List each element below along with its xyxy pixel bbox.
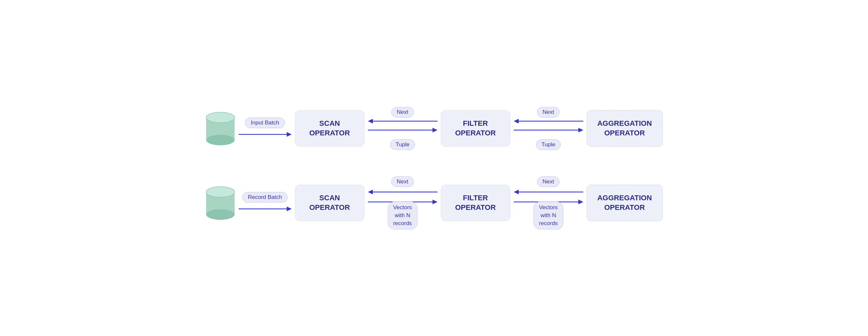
connector-2-1: Next Tuple	[510, 107, 587, 150]
input-arrow-2	[239, 204, 292, 214]
input-arrow-1	[239, 129, 292, 139]
filter-operator-label-2: FILTEROPERATOR	[455, 193, 496, 212]
next-label-1-2: Next	[391, 176, 414, 187]
record-batch-label-2: Record Batch	[242, 192, 288, 203]
connector-1-2: Next Vectors with N records	[365, 176, 441, 229]
svg-marker-23	[368, 190, 373, 194]
svg-marker-29	[578, 200, 583, 204]
diagram-row-2: Record Batch SCANOPERATOR Next Vectors w…	[206, 176, 663, 229]
connector-2-2: Next Vectors with N records	[510, 176, 587, 229]
filter-operator-box-2: FILTEROPERATOR	[441, 185, 510, 221]
scan-operator-label-2: SCANOPERATOR	[309, 193, 350, 212]
vector-label-2-2: Vectors with N records	[533, 202, 563, 229]
filter-operator-label-1: FILTEROPERATOR	[455, 119, 496, 138]
aggregation-operator-box-2: AGGREGATIONOPERATOR	[587, 185, 663, 221]
vector-label-1-2: Vectors with N records	[388, 202, 417, 229]
scan-operator-box-2: SCANOPERATOR	[295, 185, 365, 221]
tuple-label-2-1: Tuple	[536, 139, 561, 150]
tuple-label-1-1: Tuple	[390, 139, 415, 150]
input-batch-connector-1: Input Batch	[235, 117, 295, 139]
aggregation-operator-label-1: AGGREGATIONOPERATOR	[597, 119, 652, 138]
svg-marker-21	[287, 207, 292, 211]
svg-marker-6	[287, 132, 292, 137]
svg-marker-27	[514, 190, 519, 194]
aggregation-operator-box-1: AGGREGATIONOPERATOR	[587, 110, 663, 147]
diagram-row-1: Input Batch SCANOPERATOR Next Tuple FILT…	[206, 107, 663, 150]
database-icon-2	[206, 185, 235, 221]
database-icon-1	[206, 110, 235, 147]
connector-1-1: Next Tuple	[365, 107, 441, 150]
next-label-2-2: Next	[537, 176, 560, 187]
svg-marker-12	[514, 119, 519, 124]
filter-operator-box-1: FILTEROPERATOR	[441, 110, 510, 147]
svg-marker-25	[433, 200, 437, 204]
record-batch-connector-2: Record Batch	[235, 192, 295, 214]
aggregation-operator-label-2: AGGREGATIONOPERATOR	[597, 193, 652, 212]
svg-point-2	[206, 135, 235, 145]
scan-operator-label-1: SCANOPERATOR	[309, 119, 350, 138]
svg-marker-8	[368, 119, 373, 124]
svg-point-17	[206, 209, 235, 220]
input-batch-label-1: Input Batch	[245, 117, 285, 128]
svg-marker-14	[578, 128, 583, 132]
svg-marker-10	[433, 128, 437, 132]
scan-operator-box-1: SCANOPERATOR	[295, 110, 365, 147]
